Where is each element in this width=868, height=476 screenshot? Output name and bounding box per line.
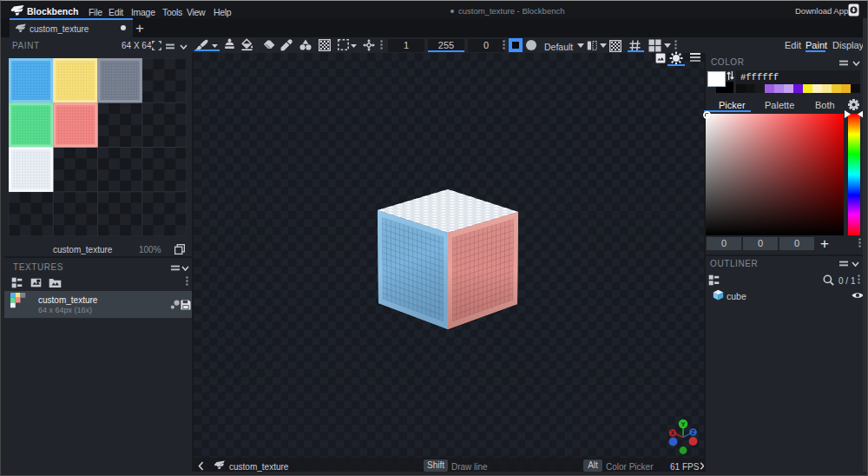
svg-text:X: X <box>671 430 675 436</box>
svg-text:Y: Y <box>681 421 686 427</box>
svg-text:Z: Z <box>692 429 695 435</box>
